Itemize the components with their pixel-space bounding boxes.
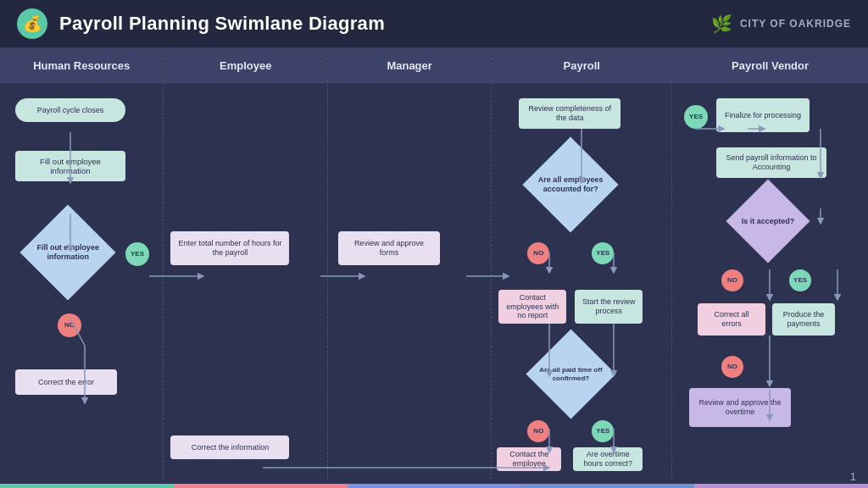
lane-employee: Employee Enter total number of hours for…	[164, 49, 327, 480]
lane-body-manager: Review and approve forms	[328, 83, 491, 480]
lane-header-employee: Employee	[164, 49, 326, 83]
send-payroll-info: Send payroll information to Accounting	[716, 147, 826, 178]
lane-body-employee: Enter total number of hours for the payr…	[164, 83, 326, 480]
fill-employee-diamond: Fill out employee information	[19, 219, 117, 286]
swimlanes-container: Human Resources Payroll cycle closes Fil…	[0, 49, 868, 480]
payroll-yes1-circle: YES	[592, 242, 614, 264]
employees-accounted-diamond: Are all employees accounted for?	[515, 151, 626, 219]
overtime-correct: Are overtime hours correct?	[573, 447, 643, 471]
lane-header-manager: Manager	[328, 49, 491, 83]
lane-vendor: Payroll Vendor YES Finalize for processi…	[672, 49, 868, 480]
lane-header-hr: Human Resources	[0, 49, 163, 83]
correct-information: Correct the information	[170, 435, 289, 459]
paid-time-diamond: Are all paid time off confirmed?	[515, 344, 626, 403]
contact-employees: Contact employees with no report	[498, 290, 566, 324]
contact-employee: Contact the employee	[497, 447, 561, 471]
lane-payroll: Payroll Review completeness of the data …	[492, 49, 672, 480]
vendor-no1-circle: NO	[721, 269, 743, 291]
vendor-no2-circle: NO	[721, 356, 743, 378]
logo-icon: 💰	[17, 8, 47, 39]
review-approve-overtime: Review and approve the overtime	[689, 388, 791, 427]
correct-error: Correct the error	[15, 369, 117, 395]
lane-body-vendor: YES Finalize for processing Send payroll…	[672, 83, 868, 480]
is-accepted-diamond: Is it accepted?	[721, 191, 815, 251]
lane-hr: Human Resources Payroll cycle closes Fil…	[0, 49, 164, 480]
header-left: 💰 Payroll Planning Swimlane Diagram	[17, 8, 385, 39]
lane-manager: Manager Review and approve forms	[328, 49, 492, 480]
fill-employee-info: Fill out employee information	[15, 151, 125, 181]
hr-no-circle: NO	[58, 313, 81, 337]
payroll-cycle-closes: Payroll cycle closes	[15, 98, 125, 122]
vendor-yes1-circle: YES	[789, 269, 811, 291]
finalize-processing: Finalize for processing	[716, 98, 810, 132]
brand-icon: 🌿	[711, 14, 733, 34]
lane-body-hr: Payroll cycle closes Fill out employee i…	[0, 83, 163, 480]
page-number: 1	[850, 470, 856, 483]
brand: 🌿 CITY OF OAKRIDGE	[711, 14, 851, 34]
enter-total-hours: Enter total number of hours for the payr…	[170, 231, 289, 265]
review-completeness: Review completeness of the data	[519, 98, 620, 129]
header: 💰 Payroll Planning Swimlane Diagram 🌿 CI…	[0, 0, 868, 49]
start-review: Start the review process	[575, 290, 643, 324]
lane-body-payroll: Review completeness of the data Are all …	[492, 83, 671, 480]
review-approve-forms: Review and approve forms	[338, 231, 440, 265]
page-title: Payroll Planning Swimlane Diagram	[59, 13, 385, 35]
lane-header-payroll: Payroll	[492, 49, 671, 83]
hr-yes-circle: YES	[125, 242, 149, 266]
lane-header-vendor: Payroll Vendor	[672, 49, 868, 83]
brand-name: CITY OF OAKRIDGE	[740, 18, 851, 30]
page: 💰 Payroll Planning Swimlane Diagram 🌿 CI…	[0, 0, 868, 488]
correct-all-errors: Correct all errors	[698, 303, 765, 336]
payroll-no2-circle: NO	[527, 420, 549, 442]
vendor-yes-top-circle: YES	[684, 105, 708, 129]
bottom-bar	[0, 484, 868, 488]
payroll-no1-circle: NO	[527, 242, 549, 264]
produce-payments: Produce the payments	[772, 303, 835, 336]
payroll-yes2-circle: YES	[592, 420, 614, 442]
